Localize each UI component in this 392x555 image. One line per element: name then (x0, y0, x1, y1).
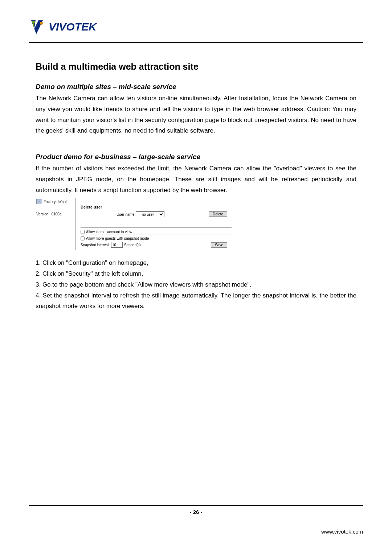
subheading-demo: Demo on multiple sites – mid-scale servi… (36, 83, 356, 91)
save-button[interactable]: Save (211, 242, 227, 248)
page-footer: - 26 - (29, 505, 363, 515)
allow-more-guests-label: Allow more guests with snapshot mode (86, 236, 149, 240)
brand-logo: VIVOTEK (29, 18, 363, 36)
footer-divider (29, 505, 363, 506)
step-2: 2. Click on "Security" at the left colum… (36, 268, 356, 279)
delete-button[interactable]: Delete (209, 211, 227, 217)
paragraph-product: If the number of visitors has exceeded t… (36, 163, 356, 195)
allow-demo-row: Allow 'demo' account to view (81, 228, 232, 235)
site-url: www.vivotek.com (321, 528, 363, 535)
factory-default-link[interactable]: → Factory default (36, 199, 74, 204)
version-label: Version : 0100a (36, 212, 74, 216)
seconds-label: Second(s) (124, 243, 141, 247)
vivotek-logo-icon (29, 18, 46, 36)
main-content: Build a multimedia web attraction site D… (29, 61, 363, 312)
step-3: 3. Go to the page bottom and check "Allo… (36, 279, 356, 290)
arrow-right-icon: → (36, 199, 42, 204)
allow-demo-label: Allow 'demo' account to view (86, 230, 132, 234)
page-number: - 26 - (29, 509, 363, 515)
config-panel: → Factory default Version : 0100a Delete… (36, 198, 232, 250)
snapshot-interval-row: Snapshot interval: Second(s) Save (81, 241, 232, 250)
header-divider (29, 42, 363, 43)
paragraph-demo: The Network Camera can allow ten visitor… (36, 93, 356, 136)
snapshot-interval-label: Snapshot interval: (81, 243, 110, 247)
subheading-product: Product demo for e-business – large-scal… (36, 153, 356, 161)
step-4: 4. Set the snapshot interval to refresh … (36, 290, 356, 312)
document-page: VIVOTEK Build a multimedia web attractio… (0, 0, 392, 555)
page-title: Build a multimedia web attraction site (36, 61, 356, 72)
instruction-steps: 1. Click on "Configuration" on homepage,… (36, 258, 356, 312)
username-select[interactable]: -- no user -- (136, 211, 164, 217)
allow-more-guests-checkbox[interactable] (81, 236, 85, 240)
allow-demo-checkbox[interactable] (81, 230, 85, 234)
svg-point-0 (40, 22, 43, 25)
config-main: Delete user User name -- no user -- Dele… (75, 198, 232, 250)
allow-more-guests-row: Allow more guests with snapshot mode (81, 235, 232, 241)
username-label: User name (117, 212, 134, 216)
step-1: 1. Click on "Configuration" on homepage, (36, 258, 356, 268)
factory-default-label: Factory default (44, 200, 68, 204)
snapshot-interval-input[interactable] (111, 242, 123, 248)
config-sidebar: → Factory default Version : 0100a (36, 198, 75, 250)
delete-user-label: Delete user (81, 205, 102, 209)
delete-user-row: Delete user User name -- no user -- Dele… (81, 198, 232, 228)
brand-name: VIVOTEK (49, 21, 97, 33)
